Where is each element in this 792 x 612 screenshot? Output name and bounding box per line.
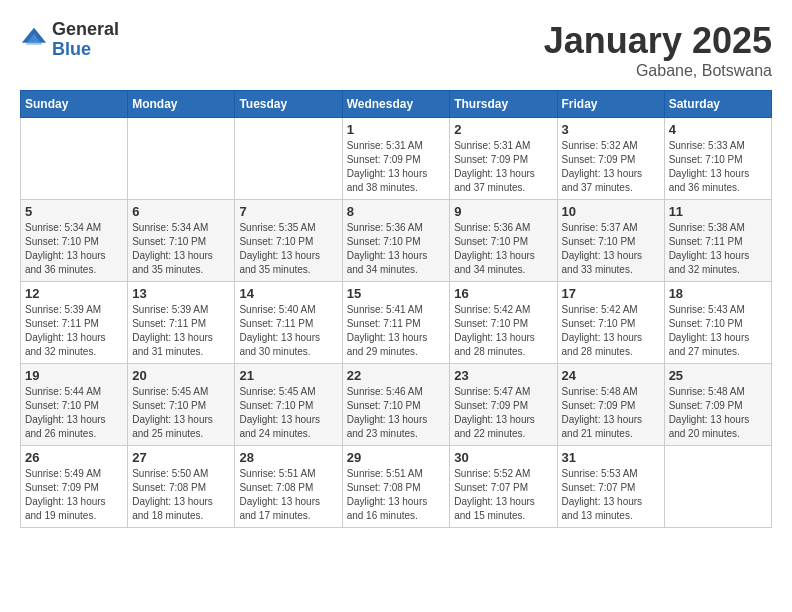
day-info: Sunrise: 5:51 AMSunset: 7:08 PMDaylight:… bbox=[239, 467, 337, 523]
calendar-week-row: 1Sunrise: 5:31 AMSunset: 7:09 PMDaylight… bbox=[21, 118, 772, 200]
day-number: 18 bbox=[669, 286, 767, 301]
day-number: 6 bbox=[132, 204, 230, 219]
day-number: 28 bbox=[239, 450, 337, 465]
calendar-cell: 25Sunrise: 5:48 AMSunset: 7:09 PMDayligh… bbox=[664, 364, 771, 446]
day-info: Sunrise: 5:37 AMSunset: 7:10 PMDaylight:… bbox=[562, 221, 660, 277]
day-info: Sunrise: 5:49 AMSunset: 7:09 PMDaylight:… bbox=[25, 467, 123, 523]
day-info: Sunrise: 5:38 AMSunset: 7:11 PMDaylight:… bbox=[669, 221, 767, 277]
location: Gabane, Botswana bbox=[544, 62, 772, 80]
day-number: 5 bbox=[25, 204, 123, 219]
logo: General Blue bbox=[20, 20, 119, 60]
day-info: Sunrise: 5:52 AMSunset: 7:07 PMDaylight:… bbox=[454, 467, 552, 523]
day-number: 29 bbox=[347, 450, 446, 465]
weekday-header-row: SundayMondayTuesdayWednesdayThursdayFrid… bbox=[21, 91, 772, 118]
day-info: Sunrise: 5:42 AMSunset: 7:10 PMDaylight:… bbox=[562, 303, 660, 359]
day-number: 20 bbox=[132, 368, 230, 383]
calendar-cell: 31Sunrise: 5:53 AMSunset: 7:07 PMDayligh… bbox=[557, 446, 664, 528]
calendar-cell: 4Sunrise: 5:33 AMSunset: 7:10 PMDaylight… bbox=[664, 118, 771, 200]
day-info: Sunrise: 5:35 AMSunset: 7:10 PMDaylight:… bbox=[239, 221, 337, 277]
day-info: Sunrise: 5:43 AMSunset: 7:10 PMDaylight:… bbox=[669, 303, 767, 359]
day-info: Sunrise: 5:48 AMSunset: 7:09 PMDaylight:… bbox=[669, 385, 767, 441]
page-header: General Blue January 2025 Gabane, Botswa… bbox=[20, 20, 772, 80]
day-number: 24 bbox=[562, 368, 660, 383]
day-info: Sunrise: 5:50 AMSunset: 7:08 PMDaylight:… bbox=[132, 467, 230, 523]
day-info: Sunrise: 5:47 AMSunset: 7:09 PMDaylight:… bbox=[454, 385, 552, 441]
calendar-cell: 10Sunrise: 5:37 AMSunset: 7:10 PMDayligh… bbox=[557, 200, 664, 282]
month-title: January 2025 bbox=[544, 20, 772, 62]
day-number: 31 bbox=[562, 450, 660, 465]
calendar-cell: 1Sunrise: 5:31 AMSunset: 7:09 PMDaylight… bbox=[342, 118, 450, 200]
logo-icon bbox=[20, 26, 48, 54]
calendar-table: SundayMondayTuesdayWednesdayThursdayFrid… bbox=[20, 90, 772, 528]
day-number: 4 bbox=[669, 122, 767, 137]
day-number: 13 bbox=[132, 286, 230, 301]
weekday-header: Thursday bbox=[450, 91, 557, 118]
day-info: Sunrise: 5:31 AMSunset: 7:09 PMDaylight:… bbox=[454, 139, 552, 195]
day-number: 27 bbox=[132, 450, 230, 465]
day-info: Sunrise: 5:36 AMSunset: 7:10 PMDaylight:… bbox=[347, 221, 446, 277]
day-info: Sunrise: 5:45 AMSunset: 7:10 PMDaylight:… bbox=[132, 385, 230, 441]
day-number: 30 bbox=[454, 450, 552, 465]
day-info: Sunrise: 5:44 AMSunset: 7:10 PMDaylight:… bbox=[25, 385, 123, 441]
calendar-cell: 8Sunrise: 5:36 AMSunset: 7:10 PMDaylight… bbox=[342, 200, 450, 282]
day-number: 16 bbox=[454, 286, 552, 301]
calendar-cell: 21Sunrise: 5:45 AMSunset: 7:10 PMDayligh… bbox=[235, 364, 342, 446]
day-info: Sunrise: 5:51 AMSunset: 7:08 PMDaylight:… bbox=[347, 467, 446, 523]
weekday-header: Sunday bbox=[21, 91, 128, 118]
calendar-cell bbox=[128, 118, 235, 200]
calendar-cell: 20Sunrise: 5:45 AMSunset: 7:10 PMDayligh… bbox=[128, 364, 235, 446]
day-number: 21 bbox=[239, 368, 337, 383]
day-info: Sunrise: 5:32 AMSunset: 7:09 PMDaylight:… bbox=[562, 139, 660, 195]
day-info: Sunrise: 5:33 AMSunset: 7:10 PMDaylight:… bbox=[669, 139, 767, 195]
day-info: Sunrise: 5:45 AMSunset: 7:10 PMDaylight:… bbox=[239, 385, 337, 441]
calendar-cell: 18Sunrise: 5:43 AMSunset: 7:10 PMDayligh… bbox=[664, 282, 771, 364]
calendar-cell: 26Sunrise: 5:49 AMSunset: 7:09 PMDayligh… bbox=[21, 446, 128, 528]
logo-general: General bbox=[52, 20, 119, 40]
weekday-header: Tuesday bbox=[235, 91, 342, 118]
calendar-cell: 5Sunrise: 5:34 AMSunset: 7:10 PMDaylight… bbox=[21, 200, 128, 282]
calendar-cell: 17Sunrise: 5:42 AMSunset: 7:10 PMDayligh… bbox=[557, 282, 664, 364]
calendar-cell: 16Sunrise: 5:42 AMSunset: 7:10 PMDayligh… bbox=[450, 282, 557, 364]
day-number: 2 bbox=[454, 122, 552, 137]
calendar-cell: 30Sunrise: 5:52 AMSunset: 7:07 PMDayligh… bbox=[450, 446, 557, 528]
logo-text: General Blue bbox=[52, 20, 119, 60]
day-info: Sunrise: 5:41 AMSunset: 7:11 PMDaylight:… bbox=[347, 303, 446, 359]
calendar-week-row: 26Sunrise: 5:49 AMSunset: 7:09 PMDayligh… bbox=[21, 446, 772, 528]
day-number: 14 bbox=[239, 286, 337, 301]
calendar-cell: 11Sunrise: 5:38 AMSunset: 7:11 PMDayligh… bbox=[664, 200, 771, 282]
calendar-cell: 7Sunrise: 5:35 AMSunset: 7:10 PMDaylight… bbox=[235, 200, 342, 282]
calendar-cell: 23Sunrise: 5:47 AMSunset: 7:09 PMDayligh… bbox=[450, 364, 557, 446]
calendar-week-row: 5Sunrise: 5:34 AMSunset: 7:10 PMDaylight… bbox=[21, 200, 772, 282]
day-number: 9 bbox=[454, 204, 552, 219]
day-number: 26 bbox=[25, 450, 123, 465]
title-block: January 2025 Gabane, Botswana bbox=[544, 20, 772, 80]
day-number: 10 bbox=[562, 204, 660, 219]
day-number: 12 bbox=[25, 286, 123, 301]
day-info: Sunrise: 5:39 AMSunset: 7:11 PMDaylight:… bbox=[25, 303, 123, 359]
day-number: 25 bbox=[669, 368, 767, 383]
day-info: Sunrise: 5:36 AMSunset: 7:10 PMDaylight:… bbox=[454, 221, 552, 277]
calendar-cell bbox=[235, 118, 342, 200]
calendar-cell: 29Sunrise: 5:51 AMSunset: 7:08 PMDayligh… bbox=[342, 446, 450, 528]
day-number: 17 bbox=[562, 286, 660, 301]
day-number: 23 bbox=[454, 368, 552, 383]
day-number: 1 bbox=[347, 122, 446, 137]
day-info: Sunrise: 5:53 AMSunset: 7:07 PMDaylight:… bbox=[562, 467, 660, 523]
calendar-week-row: 19Sunrise: 5:44 AMSunset: 7:10 PMDayligh… bbox=[21, 364, 772, 446]
calendar-cell: 28Sunrise: 5:51 AMSunset: 7:08 PMDayligh… bbox=[235, 446, 342, 528]
day-number: 22 bbox=[347, 368, 446, 383]
day-info: Sunrise: 5:40 AMSunset: 7:11 PMDaylight:… bbox=[239, 303, 337, 359]
calendar-cell: 22Sunrise: 5:46 AMSunset: 7:10 PMDayligh… bbox=[342, 364, 450, 446]
day-number: 8 bbox=[347, 204, 446, 219]
day-info: Sunrise: 5:34 AMSunset: 7:10 PMDaylight:… bbox=[25, 221, 123, 277]
calendar-cell: 14Sunrise: 5:40 AMSunset: 7:11 PMDayligh… bbox=[235, 282, 342, 364]
day-info: Sunrise: 5:39 AMSunset: 7:11 PMDaylight:… bbox=[132, 303, 230, 359]
logo-blue: Blue bbox=[52, 40, 119, 60]
day-number: 15 bbox=[347, 286, 446, 301]
calendar-cell: 15Sunrise: 5:41 AMSunset: 7:11 PMDayligh… bbox=[342, 282, 450, 364]
day-info: Sunrise: 5:46 AMSunset: 7:10 PMDaylight:… bbox=[347, 385, 446, 441]
day-info: Sunrise: 5:31 AMSunset: 7:09 PMDaylight:… bbox=[347, 139, 446, 195]
day-number: 7 bbox=[239, 204, 337, 219]
weekday-header: Saturday bbox=[664, 91, 771, 118]
calendar-cell: 9Sunrise: 5:36 AMSunset: 7:10 PMDaylight… bbox=[450, 200, 557, 282]
